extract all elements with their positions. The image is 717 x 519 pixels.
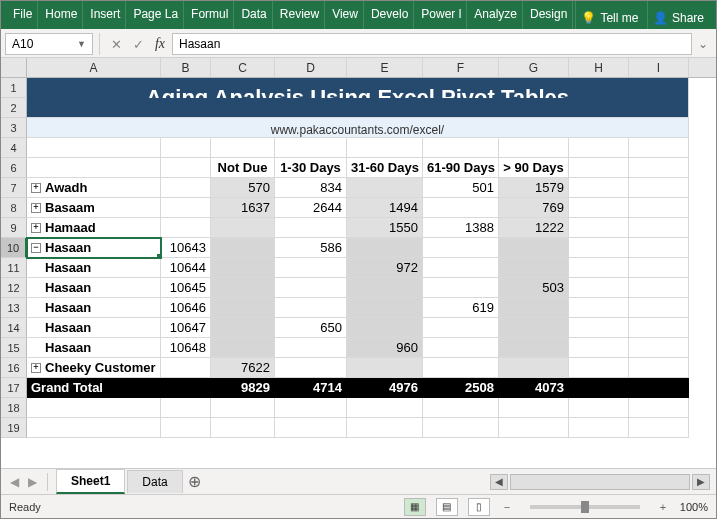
row-header[interactable]: 16 xyxy=(1,358,27,378)
pivot-sub-row[interactable]: Hasaan xyxy=(27,258,161,278)
pivot-header[interactable]: 61-90 Days xyxy=(423,158,499,178)
prev-sheet-icon[interactable]: ◀ xyxy=(7,475,21,489)
row-header[interactable]: 2 xyxy=(1,98,27,118)
ribbon-tab-file[interactable]: File xyxy=(8,1,38,29)
col-header[interactable]: D xyxy=(275,58,347,77)
pivot-row-label[interactable]: +Awadh xyxy=(27,178,161,198)
row-header[interactable]: 9 xyxy=(1,218,27,238)
enter-formula-icon[interactable]: ✓ xyxy=(128,33,148,55)
ribbon-tab-review[interactable]: Review xyxy=(275,1,325,29)
bulb-icon: 💡 xyxy=(581,11,596,25)
col-header[interactable]: C xyxy=(211,58,275,77)
row-header[interactable]: 7 xyxy=(1,178,27,198)
spreadsheet-grid: A B C D E F G H I 1Aging Analysis Using … xyxy=(1,58,716,468)
expand-icon[interactable]: + xyxy=(31,203,41,213)
pivot-header[interactable]: Not Due xyxy=(211,158,275,178)
pivot-row-label[interactable]: +Cheeky Customer xyxy=(27,358,161,378)
pivot-row-label[interactable]: −Hasaan xyxy=(27,238,161,258)
zoom-level[interactable]: 100% xyxy=(680,501,708,513)
row-header[interactable]: 4 xyxy=(1,138,27,158)
expand-icon[interactable]: + xyxy=(31,363,41,373)
pivot-header[interactable]: 1-30 Days xyxy=(275,158,347,178)
ribbon-share[interactable]: 👤Share xyxy=(647,1,709,29)
pivot-sub-row[interactable]: Hasaan xyxy=(27,338,161,358)
zoom-out-icon[interactable]: − xyxy=(500,501,514,513)
ribbon-tab-home[interactable]: Home xyxy=(40,1,83,29)
ribbon-tab-formulas[interactable]: Formul xyxy=(186,1,234,29)
row-header[interactable]: 11 xyxy=(1,258,27,278)
name-box[interactable]: A10▼ xyxy=(5,33,93,55)
status-bar: Ready ▦ ▤ ▯ − + 100% xyxy=(1,494,716,518)
ribbon-tab-design[interactable]: Design xyxy=(525,1,573,29)
row-header[interactable]: 18 xyxy=(1,398,27,418)
pivot-sub-row[interactable]: Hasaan xyxy=(27,318,161,338)
formula-bar: A10▼ ✕ ✓ fx Hasaan ⌄ xyxy=(1,29,716,58)
expand-icon[interactable]: + xyxy=(31,223,41,233)
row-header[interactable]: 12 xyxy=(1,278,27,298)
row-header[interactable]: 8 xyxy=(1,198,27,218)
row-header[interactable]: 17 xyxy=(1,378,27,398)
ribbon-tab-insert[interactable]: Insert xyxy=(85,1,126,29)
pivot-sub-row[interactable]: Hasaan xyxy=(27,278,161,298)
page-break-view-icon[interactable]: ▯ xyxy=(468,498,490,516)
ribbon-tab-data[interactable]: Data xyxy=(236,1,272,29)
col-header[interactable]: E xyxy=(347,58,423,77)
share-icon: 👤 xyxy=(653,11,668,25)
pivot-header[interactable]: > 90 Days xyxy=(499,158,569,178)
select-all-corner[interactable] xyxy=(1,58,27,77)
horizontal-scrollbar[interactable] xyxy=(510,474,690,490)
grand-total-label[interactable]: Grand Total xyxy=(27,378,161,398)
ribbon-tab-page-layout[interactable]: Page La xyxy=(128,1,184,29)
next-sheet-icon[interactable]: ▶ xyxy=(25,475,39,489)
cancel-formula-icon[interactable]: ✕ xyxy=(106,33,126,55)
normal-view-icon[interactable]: ▦ xyxy=(404,498,426,516)
row-header[interactable]: 3 xyxy=(1,118,27,138)
col-header[interactable]: G xyxy=(499,58,569,77)
collapse-icon[interactable]: − xyxy=(31,243,41,253)
expand-formula-icon[interactable]: ⌄ xyxy=(694,37,712,51)
pivot-row-label[interactable]: +Hamaad xyxy=(27,218,161,238)
pivot-row-label[interactable]: +Basaam xyxy=(27,198,161,218)
ribbon-tellme[interactable]: 💡Tell me xyxy=(575,1,643,29)
row-header[interactable]: 1 xyxy=(1,78,27,98)
pivot-sub-row[interactable]: Hasaan xyxy=(27,298,161,318)
sheet-tab-data[interactable]: Data xyxy=(127,470,182,493)
col-header[interactable]: B xyxy=(161,58,211,77)
ribbon-tab-power[interactable]: Power l xyxy=(416,1,467,29)
col-header[interactable]: F xyxy=(423,58,499,77)
ribbon: File Home Insert Page La Formul Data Rev… xyxy=(1,1,716,29)
col-header[interactable]: H xyxy=(569,58,629,77)
status-ready: Ready xyxy=(9,501,41,513)
zoom-in-icon[interactable]: + xyxy=(656,501,670,513)
sheet-tab-bar: ◀▶ Sheet1 Data ⊕ ◀ ▶ xyxy=(1,468,716,494)
row-header[interactable]: 19 xyxy=(1,418,27,438)
formula-input[interactable]: Hasaan xyxy=(172,33,692,55)
row-header[interactable]: 10 xyxy=(1,238,27,258)
page-layout-view-icon[interactable]: ▤ xyxy=(436,498,458,516)
sheet-nav[interactable]: ◀▶ xyxy=(7,475,39,489)
scroll-left-icon[interactable]: ◀ xyxy=(490,474,508,490)
row-header[interactable]: 15 xyxy=(1,338,27,358)
ribbon-tab-analyze[interactable]: Analyze xyxy=(469,1,523,29)
ribbon-tab-developer[interactable]: Develo xyxy=(366,1,414,29)
ribbon-tab-view[interactable]: View xyxy=(327,1,364,29)
scroll-right-icon[interactable]: ▶ xyxy=(692,474,710,490)
zoom-slider[interactable] xyxy=(530,505,640,509)
expand-icon[interactable]: + xyxy=(31,183,41,193)
row-header[interactable]: 6 xyxy=(1,158,27,178)
pivot-header[interactable]: 31-60 Days xyxy=(347,158,423,178)
add-sheet-icon[interactable]: ⊕ xyxy=(185,472,205,491)
title-continuation xyxy=(27,98,689,118)
row-header[interactable]: 13 xyxy=(1,298,27,318)
col-header[interactable]: I xyxy=(629,58,689,77)
col-header[interactable]: A xyxy=(27,58,161,77)
subtitle-link[interactable]: www.pakaccountants.com/excel/ xyxy=(27,118,689,138)
fx-icon[interactable]: fx xyxy=(150,33,170,55)
sheet-tab-sheet1[interactable]: Sheet1 xyxy=(56,469,125,494)
row-header[interactable]: 14 xyxy=(1,318,27,338)
chevron-down-icon[interactable]: ▼ xyxy=(77,39,86,49)
